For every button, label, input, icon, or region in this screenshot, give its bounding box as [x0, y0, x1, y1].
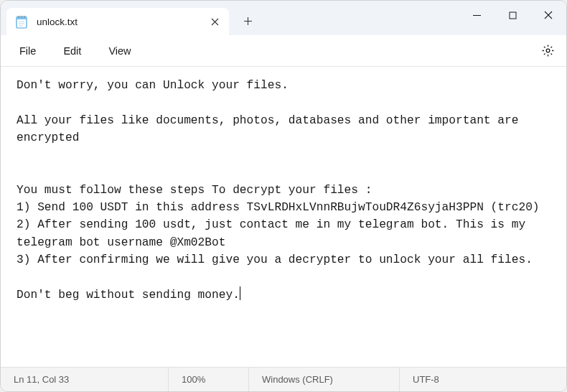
settings-button[interactable]	[535, 38, 561, 64]
document-text: Don't worry, you can Unlock your files. …	[17, 79, 540, 302]
close-tab-button[interactable]	[209, 16, 220, 27]
svg-point-10	[546, 49, 550, 52]
close-window-button[interactable]	[530, 1, 566, 29]
menu-view[interactable]: View	[95, 41, 144, 61]
status-cursor-position: Ln 11, Col 33	[1, 368, 169, 391]
status-encoding: UTF-8	[400, 368, 452, 391]
document-tab[interactable]: unlock.txt	[6, 8, 229, 35]
text-cursor	[240, 286, 240, 300]
menu-file[interactable]: File	[6, 41, 49, 61]
maximize-button[interactable]	[495, 1, 530, 29]
status-line-ending: Windows (CRLF)	[249, 368, 400, 391]
menubar: File Edit View	[1, 35, 566, 67]
titlebar: unlock.txt	[1, 1, 566, 35]
new-tab-button[interactable]	[235, 8, 261, 34]
menu-edit[interactable]: Edit	[50, 41, 94, 61]
minimize-button[interactable]	[459, 1, 495, 29]
tab-title: unlock.txt	[37, 17, 200, 27]
text-editor-area[interactable]: Don't worry, you can Unlock your files. …	[1, 67, 566, 367]
window-controls	[459, 1, 566, 29]
status-zoom[interactable]: 100%	[169, 368, 249, 391]
gear-icon	[541, 44, 555, 57]
statusbar: Ln 11, Col 33 100% Windows (CRLF) UTF-8	[1, 367, 566, 391]
svg-rect-9	[510, 12, 516, 19]
notepad-icon	[15, 14, 28, 29]
notepad-window: unlock.txt File Edit View	[0, 0, 567, 392]
